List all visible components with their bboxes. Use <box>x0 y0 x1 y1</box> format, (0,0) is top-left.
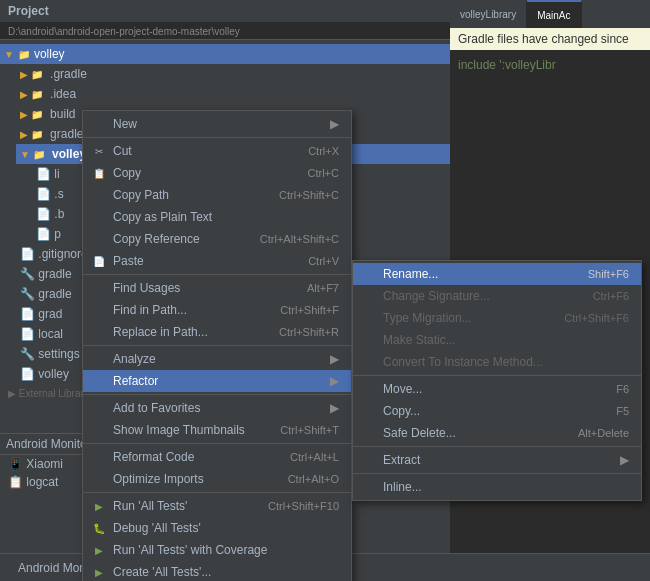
menu-item-safe-delete[interactable]: Safe Delete... Alt+Delete <box>353 422 641 444</box>
notification-text: Gradle files have changed since <box>458 32 629 46</box>
shortcut-label: Ctrl+Shift+F10 <box>248 500 339 512</box>
optimize-icon <box>91 471 107 487</box>
menu-separator <box>83 274 351 275</box>
menu-label: Copy <box>113 166 141 180</box>
menu-label: Show Image Thumbnails <box>113 423 245 437</box>
menu-separator <box>353 446 641 447</box>
new-icon <box>91 116 107 132</box>
shortcut-label: Ctrl+Shift+F <box>260 304 339 316</box>
analyze-icon <box>91 351 107 367</box>
code-text: include ':volleyLibr <box>458 58 556 72</box>
folder-icon: ▶ 📁 <box>20 69 43 80</box>
menu-item-optimize[interactable]: Optimize Imports Ctrl+Alt+O <box>83 468 351 490</box>
extract-icon <box>361 452 377 468</box>
menu-item-run-tests[interactable]: ▶ Run 'All Tests' Ctrl+Shift+F10 <box>83 495 351 517</box>
menu-label: Copy... <box>383 404 420 418</box>
menu-item-find-usages[interactable]: Find Usages Alt+F7 <box>83 277 351 299</box>
tab-main-activity[interactable]: MainAc <box>527 0 581 28</box>
tab-volley-library[interactable]: volleyLibrary <box>450 0 527 28</box>
menu-label: Analyze <box>113 352 156 366</box>
menu-item-paste[interactable]: 📄 Paste Ctrl+V <box>83 250 351 272</box>
item-label: 📄 .b <box>36 207 64 221</box>
copy-plain-icon <box>91 209 107 225</box>
menu-item-cut[interactable]: ✂ Cut Ctrl+X <box>83 140 351 162</box>
menu-item-run-coverage[interactable]: ▶ Run 'All Tests' with Coverage <box>83 539 351 561</box>
menu-item-inline[interactable]: Inline... <box>353 476 641 498</box>
menu-item-change-signature[interactable]: Change Signature... Ctrl+F6 <box>353 285 641 307</box>
menu-label: Cut <box>113 144 132 158</box>
menu-item-find-in-path[interactable]: Find in Path... Ctrl+Shift+F <box>83 299 351 321</box>
shortcut-label: Ctrl+V <box>288 255 339 267</box>
inline-icon <box>361 479 377 495</box>
copy-path-icon <box>91 187 107 203</box>
item-label: build <box>47 107 76 121</box>
menu-label: Find in Path... <box>113 303 187 317</box>
menu-label: Safe Delete... <box>383 426 456 440</box>
menu-item-create-tests[interactable]: ▶ Create 'All Tests'... <box>83 561 351 581</box>
menu-item-copy[interactable]: Copy... F5 <box>353 400 641 422</box>
item-label: 📄 .s <box>36 187 64 201</box>
menu-label: Paste <box>113 254 144 268</box>
menu-item-convert-instance[interactable]: Convert To Instance Method... <box>353 351 641 373</box>
convert-icon <box>361 354 377 370</box>
logcat-label: logcat <box>23 475 58 489</box>
expand-icon: ▼ <box>4 49 14 60</box>
thumbnail-icon <box>91 422 107 438</box>
menu-item-add-favorites[interactable]: Add to Favorites ▶ <box>83 397 351 419</box>
menu-item-extract[interactable]: Extract ▶ <box>353 449 641 471</box>
menu-item-debug-tests[interactable]: 🐛 Debug 'All Tests' <box>83 517 351 539</box>
menu-label: Inline... <box>383 480 422 494</box>
migration-icon <box>361 310 377 326</box>
menu-label: Run 'All Tests' with Coverage <box>113 543 267 557</box>
menu-item-refactor[interactable]: Refactor ▶ <box>83 370 351 392</box>
item-label: 📄 grad <box>20 307 62 321</box>
menu-item-move[interactable]: Move... F6 <box>353 378 641 400</box>
logcat-icon: 📋 <box>8 475 23 489</box>
menu-item-rename[interactable]: Rename... Shift+F6 <box>353 263 641 285</box>
tree-root[interactable]: ▼ 📁 volley <box>0 44 450 64</box>
menu-item-copy-path[interactable]: Copy Path Ctrl+Shift+C <box>83 184 351 206</box>
menu-separator <box>353 375 641 376</box>
arrow-icon: ▶ <box>330 352 339 366</box>
shortcut-label: Ctrl+X <box>288 145 339 157</box>
tab-label: MainAc <box>537 10 570 21</box>
move-icon <box>361 381 377 397</box>
menu-separator <box>83 394 351 395</box>
item-label: 🔧 settings <box>20 347 80 361</box>
menu-item-copy-ref[interactable]: Copy Reference Ctrl+Alt+Shift+C <box>83 228 351 250</box>
run-icon: ▶ <box>91 498 107 514</box>
menu-separator <box>83 137 351 138</box>
notification-bar: Gradle files have changed since <box>450 28 650 50</box>
root-label: volley <box>34 47 65 61</box>
menu-label: Debug 'All Tests' <box>113 521 201 535</box>
device-icon: 📱 <box>8 457 23 471</box>
menu-item-make-static[interactable]: Make Static... <box>353 329 641 351</box>
find-icon <box>91 280 107 296</box>
menu-item-analyze[interactable]: Analyze ▶ <box>83 348 351 370</box>
shortcut-label: Ctrl+F6 <box>573 290 629 302</box>
menu-item-replace-in-path[interactable]: Replace in Path... Ctrl+Shift+R <box>83 321 351 343</box>
shortcut-label: Ctrl+Alt+Shift+C <box>240 233 339 245</box>
menu-separator <box>83 443 351 444</box>
item-label: gradle <box>47 127 84 141</box>
menu-item-type-migration[interactable]: Type Migration... Ctrl+Shift+F6 <box>353 307 641 329</box>
menu-label: Extract <box>383 453 420 467</box>
copy-icon: 📋 <box>91 165 107 181</box>
reformat-icon <box>91 449 107 465</box>
list-item[interactable]: ▶ 📁 .idea <box>16 84 450 104</box>
copy-ref-icon <box>91 231 107 247</box>
menu-item-reformat[interactable]: Reformat Code Ctrl+Alt+L <box>83 446 351 468</box>
menu-item-copy[interactable]: 📋 Copy Ctrl+C <box>83 162 351 184</box>
menu-separator <box>83 345 351 346</box>
menu-item-copy-plain[interactable]: Copy as Plain Text <box>83 206 351 228</box>
list-item[interactable]: ▶ 📁 .gradle <box>16 64 450 84</box>
shortcut-label: Ctrl+Shift+T <box>260 424 339 436</box>
menu-item-show-thumbnails[interactable]: Show Image Thumbnails Ctrl+Shift+T <box>83 419 351 441</box>
item-label: 📄 p <box>36 227 61 241</box>
item-label: 📄 .gitignore <box>20 247 88 261</box>
shortcut-label: Ctrl+Shift+R <box>259 326 339 338</box>
item-label: 📄 volley <box>20 367 69 381</box>
folder-icon: ▼ 📁 <box>20 149 45 160</box>
arrow-icon: ▶ <box>330 117 339 131</box>
menu-item-new[interactable]: New ▶ <box>83 113 351 135</box>
